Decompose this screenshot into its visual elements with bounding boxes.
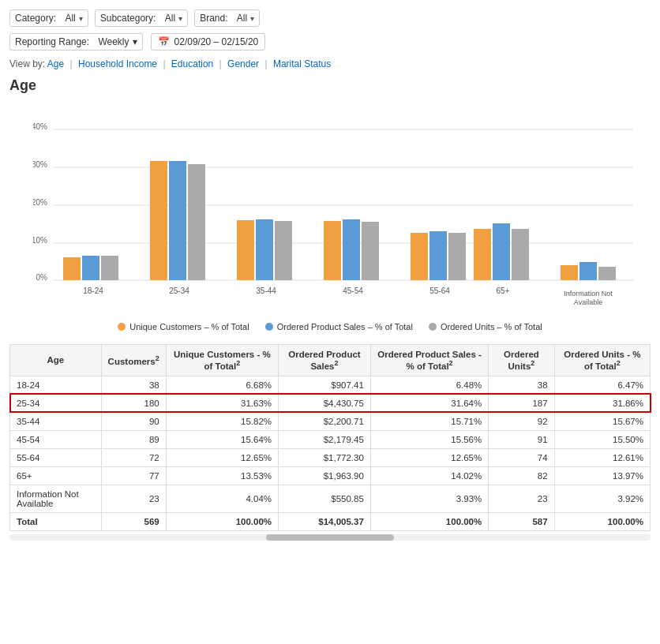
svg-text:Available: Available (574, 298, 602, 306)
svg-text:55-64: 55-64 (429, 286, 450, 295)
reporting-row: Reporting Range: Weekly ▾ 📅 02/09/20 – 0… (9, 33, 651, 51)
svg-text:0%: 0% (36, 273, 48, 282)
svg-rect-36 (598, 267, 616, 280)
svg-rect-27 (429, 231, 447, 280)
svg-rect-31 (493, 223, 510, 280)
cell-unique-pct: 4.04% (166, 485, 278, 512)
cell-ordered-units: 23 (489, 485, 554, 512)
cell-ordered-sales: $1,963.90 (279, 466, 371, 485)
cell-unique-pct: 15.82% (166, 412, 278, 430)
svg-rect-20 (275, 221, 292, 280)
legend-item-ordered-units: Ordered Units – % of Total (429, 322, 542, 331)
legend-item-ordered-sales: Ordered Product Sales – % of Total (265, 322, 413, 331)
cell-ordered-units: 74 (489, 448, 554, 466)
svg-rect-15 (169, 161, 186, 280)
cell-age: Information Not Available (10, 485, 102, 512)
scrollbar-thumb[interactable] (266, 534, 394, 541)
cell-ordered-units: 38 (489, 376, 554, 394)
cell-ordered-sales: $550.85 (279, 485, 371, 512)
cell-ordered-units-pct: 12.61% (554, 448, 650, 466)
table-row: 35-44 90 15.82% $2,200.71 15.71% 92 15.6… (10, 412, 651, 430)
svg-text:30%: 30% (33, 160, 47, 169)
section-title: Age (9, 77, 651, 94)
cell-unique-pct: 6.68% (166, 376, 278, 394)
bar-chart: 0% 10% 20% 30% 40% 18-24 25-34 35-44 4 (33, 100, 649, 313)
svg-text:40%: 40% (33, 122, 47, 131)
legend-dot-gray (429, 323, 437, 331)
svg-rect-34 (561, 265, 578, 280)
data-table: Age Customers2 Unique Customers - % of T… (9, 344, 651, 531)
cell-total-ordered-units: 587 (489, 512, 554, 530)
cell-age: 55-64 (10, 448, 102, 466)
reporting-range-label: Reporting Range: (15, 36, 89, 47)
reporting-range-arrow: ▾ (133, 36, 137, 47)
svg-rect-26 (411, 233, 428, 280)
date-range-text: 02/09/20 – 02/15/20 (174, 36, 259, 47)
view-by-age[interactable]: Age (47, 58, 64, 69)
brand-arrow: ▾ (250, 14, 254, 23)
cell-ordered-sales-pct: 31.64% (370, 394, 488, 412)
svg-rect-11 (82, 256, 99, 280)
chart-area: 0% 10% 20% 30% 40% 18-24 25-34 35-44 4 (33, 100, 651, 316)
table-row: 45-54 89 15.64% $2,179.45 15.56% 91 15.5… (10, 430, 651, 448)
subcategory-value: All (165, 13, 175, 24)
cell-ordered-units-pct: 3.92% (554, 485, 650, 512)
cell-ordered-units-pct: 15.50% (554, 430, 650, 448)
cell-ordered-units-pct: 6.47% (554, 376, 650, 394)
svg-text:45-54: 45-54 (343, 286, 363, 295)
cell-customers: 72 (101, 448, 166, 466)
legend-dot-blue (265, 323, 273, 331)
cell-age: 35-44 (10, 412, 102, 430)
legend-label-unique-customers: Unique Customers – % of Total (129, 322, 249, 331)
separator-2: | (163, 58, 165, 69)
col-header-customers: Customers2 (101, 345, 166, 376)
cell-ordered-units: 82 (489, 466, 554, 485)
svg-text:65+: 65+ (497, 286, 510, 295)
svg-rect-30 (474, 229, 491, 280)
subcategory-filter[interactable]: Subcategory: All ▾ (95, 9, 188, 27)
svg-text:Information Not: Information Not (564, 290, 613, 298)
cell-total-ordered-units-pct: 100.00% (554, 512, 650, 530)
cell-customers: 180 (101, 394, 166, 412)
view-by-education[interactable]: Education (171, 58, 213, 69)
cell-total-ordered-sales-pct: 100.00% (370, 512, 488, 530)
cell-customers: 38 (101, 376, 166, 394)
cell-ordered-units: 187 (489, 394, 554, 412)
svg-rect-12 (101, 256, 118, 280)
table-row: 18-24 38 6.68% $907.41 6.48% 38 6.47% (10, 376, 651, 394)
svg-rect-22 (324, 221, 341, 280)
legend-item-unique-customers: Unique Customers – % of Total (118, 322, 249, 331)
reporting-range-filter[interactable]: Reporting Range: Weekly ▾ (9, 33, 143, 51)
date-range-display[interactable]: 📅 02/09/20 – 02/15/20 (151, 33, 266, 51)
cell-ordered-units: 92 (489, 412, 554, 430)
cell-ordered-sales-pct: 15.56% (370, 430, 488, 448)
subcategory-label: Subcategory: (100, 13, 156, 24)
category-filter[interactable]: Category: All ▾ (9, 9, 88, 27)
view-by-gender[interactable]: Gender (227, 58, 259, 69)
legend-dot-orange (118, 323, 126, 331)
separator-1: | (70, 58, 73, 69)
svg-rect-23 (343, 219, 360, 280)
brand-filter[interactable]: Brand: All ▾ (194, 9, 260, 27)
svg-rect-28 (448, 233, 466, 280)
svg-rect-35 (579, 262, 597, 280)
col-header-age: Age (10, 345, 102, 376)
cell-unique-pct: 12.65% (166, 448, 278, 466)
cell-ordered-sales: $2,179.45 (279, 430, 371, 448)
brand-label: Brand: (200, 13, 227, 24)
table-row: Information Not Available 23 4.04% $550.… (10, 485, 651, 512)
cell-ordered-sales: $4,430.75 (279, 394, 371, 412)
category-value: All (65, 13, 75, 24)
table-row: 55-64 72 12.65% $1,772.30 12.65% 74 12.6… (10, 448, 651, 466)
view-by-household-income[interactable]: Household Income (78, 58, 157, 69)
cell-ordered-units: 91 (489, 430, 554, 448)
horizontal-scrollbar[interactable] (9, 534, 651, 541)
cell-unique-pct: 15.64% (166, 430, 278, 448)
cell-age: 65+ (10, 466, 102, 485)
separator-3: | (219, 58, 222, 69)
cell-ordered-units-pct: 31.86% (554, 394, 650, 412)
view-by-marital-status[interactable]: Marital Status (273, 58, 331, 69)
cell-ordered-sales-pct: 12.65% (370, 448, 488, 466)
cell-unique-pct: 13.53% (166, 466, 278, 485)
cell-customers: 23 (101, 485, 166, 512)
